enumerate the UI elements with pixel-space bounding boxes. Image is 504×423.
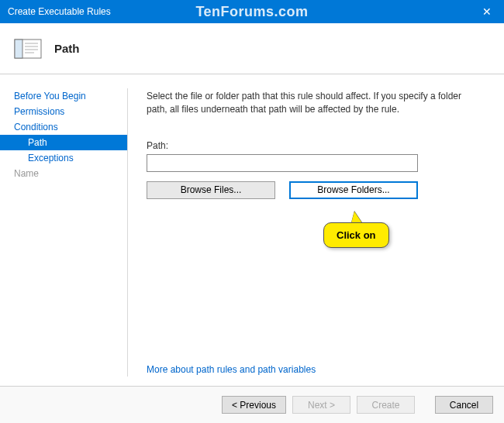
wizard-footer: < Previous Next > Create Cancel xyxy=(0,386,504,423)
svg-rect-1 xyxy=(15,40,22,58)
page-title: Path xyxy=(54,42,80,55)
close-icon: ✕ xyxy=(482,5,492,18)
titlebar: Create Executable Rules TenForums.com ✕ xyxy=(0,0,504,23)
annotation-callout: Click on xyxy=(323,222,389,248)
watermark: TenForums.com xyxy=(195,4,308,20)
sidebar-item-conditions[interactable]: Conditions xyxy=(0,119,127,135)
wizard-header: Path xyxy=(0,23,504,74)
sidebar-item-permissions[interactable]: Permissions xyxy=(0,104,127,119)
path-label: Path: xyxy=(147,140,482,151)
cancel-button[interactable]: Cancel xyxy=(435,396,493,414)
wizard-body: Before You Begin Permissions Conditions … xyxy=(0,74,504,386)
browse-folders-button[interactable]: Browse Folders... xyxy=(289,181,418,199)
previous-button[interactable]: < Previous xyxy=(222,396,286,414)
next-button: Next > xyxy=(292,396,350,414)
sidebar: Before You Begin Permissions Conditions … xyxy=(0,74,127,386)
instructions-text: Select the file or folder path that this… xyxy=(147,90,482,117)
sidebar-item-before-you-begin[interactable]: Before You Begin xyxy=(0,88,127,104)
callout-tail-icon xyxy=(351,212,362,223)
callout-bubble: Click on xyxy=(323,222,389,248)
browse-buttons-row: Browse Files... Browse Folders... xyxy=(147,181,482,199)
main-panel: Select the file or folder path that this… xyxy=(128,74,504,386)
more-about-link[interactable]: More about path rules and path variables xyxy=(147,364,316,375)
sidebar-item-exceptions[interactable]: Exceptions xyxy=(0,150,127,166)
create-button: Create xyxy=(357,396,415,414)
sidebar-item-name[interactable]: Name xyxy=(0,166,127,181)
window-title: Create Executable Rules xyxy=(8,6,111,17)
path-input[interactable] xyxy=(147,154,418,172)
wizard-icon xyxy=(14,37,42,60)
browse-files-button[interactable]: Browse Files... xyxy=(147,181,275,199)
sidebar-item-path[interactable]: Path xyxy=(0,135,127,150)
close-button[interactable]: ✕ xyxy=(469,0,504,23)
